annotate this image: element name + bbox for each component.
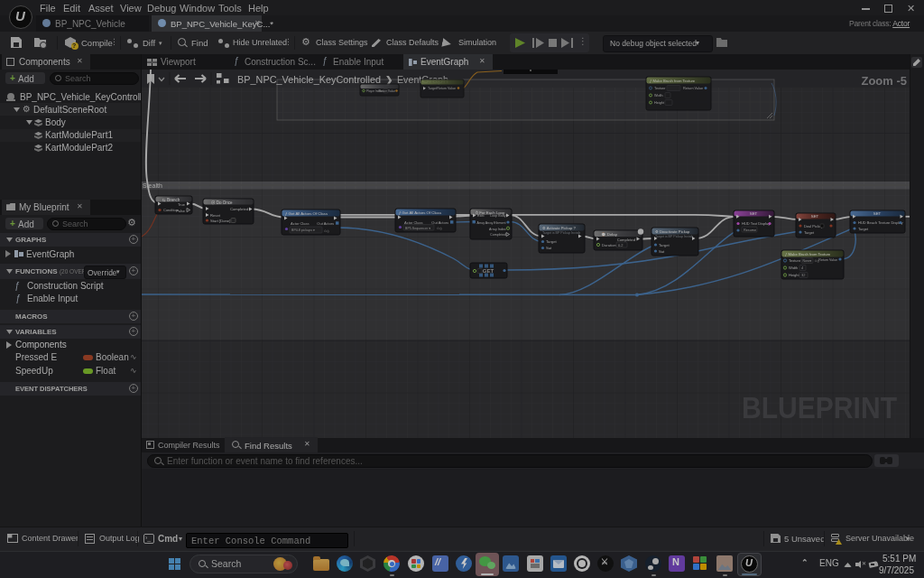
svg-text:False: False (176, 209, 186, 213)
svg-text:SET: SET (750, 211, 758, 216)
svg-text:Out Actors: Out Actors (317, 221, 334, 226)
svg-text:True: True (178, 202, 186, 207)
svg-text:Array Element: Array Element (485, 221, 506, 225)
svg-text:⊙◎: ⊙◎ (437, 227, 442, 230)
svg-text:ƒ Get All Actors Of Class: ƒ Get All Actors Of Class (285, 211, 328, 216)
svg-text:Zoom -5: Zoom -5 (861, 74, 907, 88)
svg-text:⌚ Delay: ⌚ Delay (601, 231, 618, 238)
svg-text:Return Value: Return Value (818, 258, 837, 262)
svg-text:Actor Class: Actor Class (291, 221, 309, 226)
svg-text:Target: Target (428, 87, 437, 90)
svg-text:Return Value: Return Value (683, 87, 703, 90)
svg-text:Duration: Duration (602, 243, 616, 247)
svg-text:None▾: None▾ (803, 259, 812, 263)
svg-text:Target: Target (659, 243, 670, 247)
svg-text:HUD Beach Texture Display: HUD Beach Texture Display (858, 220, 903, 225)
svg-text:Target is BP Pickup Invisib: Target is BP Pickup Invisib (542, 231, 580, 235)
svg-text:⊙◎: ⊙◎ (324, 229, 329, 233)
svg-text:Height: Height (654, 101, 665, 105)
svg-text:Completed: Completed (230, 207, 249, 211)
svg-text:ƒ Get All Actors Of Class: ƒ Get All Actors Of Class (399, 210, 441, 215)
svg-text:Loop Body: Loop Body (490, 214, 505, 218)
svg-text:Completed: Completed (617, 238, 636, 242)
svg-text:ƒ Make Brush from Texture: ƒ Make Brush from Texture (785, 252, 831, 256)
svg-text:Sat: Sat (546, 246, 552, 250)
svg-text:Target: Target (804, 230, 815, 235)
svg-text:Target: Target (858, 227, 869, 231)
svg-text:Array Index: Array Index (489, 228, 506, 231)
svg-text:Out Actors: Out Actors (431, 220, 448, 225)
svg-text:Target is BP Pickup Invisib: Target is BP Pickup Invisib (655, 235, 693, 238)
svg-text:Completed: Completed (490, 233, 505, 237)
svg-text:HUD Text Display: HUD Text Display (742, 221, 770, 226)
svg-text:BP5.Sequencer ▾: BP5.Sequencer ▾ (405, 227, 430, 230)
svg-text:ƒ Make Brush from Texture: ƒ Make Brush from Texture (650, 79, 696, 83)
svg-text:⚙ Deactivate Pickup: ⚙ Deactivate Pickup (655, 229, 690, 234)
svg-text:Reset: Reset (210, 213, 221, 218)
svg-text:BLUEPRINT: BLUEPRINT (742, 390, 897, 424)
svg-text:⦿ Do Once: ⦿ Do Once (211, 200, 233, 205)
svg-text:Sat: Sat (659, 249, 665, 254)
svg-text:Texture: Texture (654, 87, 665, 90)
svg-text:SET: SET (811, 214, 819, 219)
svg-text:Return Value: Return Value (437, 87, 456, 90)
svg-text:Array: Array (477, 221, 485, 225)
svg-text:Return Value: Return Value (379, 89, 396, 93)
svg-text:0.2: 0.2 (618, 243, 624, 247)
svg-text:Width: Width (789, 266, 798, 270)
svg-text:32: 32 (801, 273, 806, 277)
svg-text:Width: Width (654, 94, 663, 98)
svg-text:Exec: Exec (477, 214, 485, 218)
svg-text:Target: Target (546, 239, 557, 244)
svg-text:BP4.8 pickups ▾: BP4.8 pickups ▾ (291, 228, 315, 232)
svg-text:Height: Height (789, 273, 799, 277)
svg-text:GET: GET (483, 268, 494, 274)
svg-text:SET: SET (873, 211, 882, 216)
svg-text:Start [Done]: Start [Done] (210, 219, 230, 223)
svg-text:Stealth: Stealth (143, 182, 162, 189)
svg-text:⚙ Activate Pickup ?: ⚙ Activate Pickup ? (542, 226, 576, 230)
svg-text:Texture: Texture (789, 258, 801, 263)
svg-text:Actor Class: Actor Class (404, 220, 422, 225)
